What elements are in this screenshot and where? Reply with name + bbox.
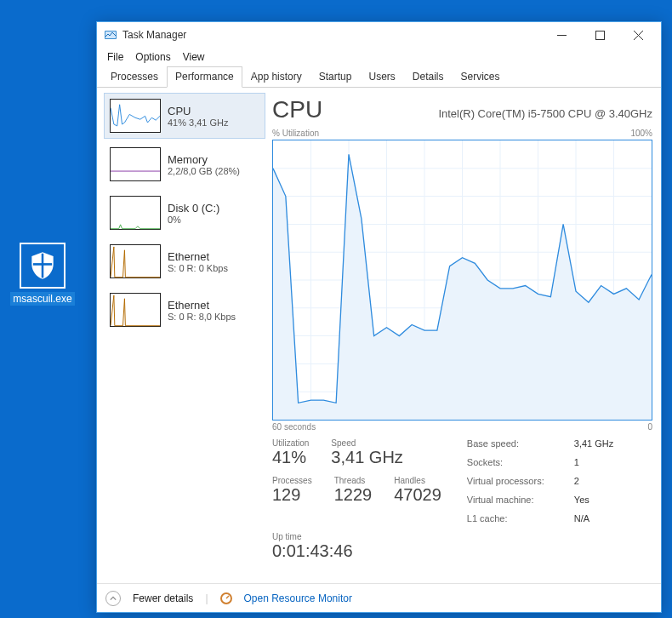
chart-x-right: 0 [647, 422, 652, 432]
ethernet-thumb-icon [110, 244, 161, 278]
detail-val: 1 [574, 457, 579, 467]
stat-value: 129 [272, 485, 312, 505]
menubar: File Options View [97, 48, 661, 66]
menu-view[interactable]: View [178, 49, 210, 66]
desktop-shortcut[interactable]: msascuil.exe [9, 243, 77, 306]
svg-rect-5 [596, 31, 605, 39]
stat-value: 3,41 GHz [331, 448, 402, 467]
chevron-up-icon[interactable] [105, 591, 121, 606]
svg-rect-0 [42, 254, 44, 278]
tab-services[interactable]: Services [453, 66, 509, 88]
page-title: CPU [272, 96, 322, 123]
cpu-subtitle: Intel(R) Core(TM) i5-7500 CPU @ 3.40GHz [339, 107, 652, 120]
sidebar-item-label: Memory [168, 153, 240, 166]
shield-icon [20, 243, 65, 289]
ethernet-thumb-icon [110, 293, 161, 327]
sidebar-item-ethernet-1[interactable]: Ethernet S: 0 R: 8,0 Kbps [104, 287, 265, 333]
stat-value: 0:01:43:46 [272, 541, 652, 561]
task-manager-window: Task Manager File Options View Processes… [96, 21, 662, 613]
cpu-detail-table: Base speed:3,41 GHz Sockets:1 Virtual pr… [467, 438, 613, 524]
sidebar-item-sub: S: 0 R: 0 Kbps [168, 263, 228, 273]
sidebar-item-sub: 41% 3,41 GHz [168, 117, 229, 128]
tabstrip: Processes Performance App history Startu… [97, 66, 661, 88]
stat-label: Speed [331, 438, 402, 448]
detail-val: 3,41 GHz [574, 438, 613, 449]
sidebar-item-label: CPU [168, 105, 229, 117]
app-icon [104, 28, 117, 42]
sidebar-item-sub: 2,2/8,0 GB (28%) [168, 166, 240, 176]
detail-key: Sockets: [467, 457, 561, 467]
window-title: Task Manager [122, 29, 186, 41]
sidebar-item-label: Ethernet [168, 299, 236, 312]
menu-file[interactable]: File [102, 49, 128, 66]
sidebar-item-label: Disk 0 (C:) [168, 202, 219, 215]
chart-x-left: 60 seconds [272, 422, 316, 432]
stat-label: Processes [272, 476, 312, 485]
sidebar-item-sub: S: 0 R: 8,0 Kbps [168, 312, 236, 322]
svg-line-28 [226, 596, 229, 598]
detail-key: Base speed: [467, 438, 561, 449]
sidebar-item-label: Ethernet [168, 250, 228, 263]
footer-bar: Fewer details | Open Resource Monitor [97, 583, 661, 612]
sidebar-item-memory[interactable]: Memory 2,2/8,0 GB (28%) [104, 141, 265, 187]
cpu-panel: CPU Intel(R) Core(TM) i5-7500 CPU @ 3.40… [271, 93, 654, 580]
stat-value: 1229 [334, 485, 373, 505]
disk-thumb-icon [110, 196, 161, 230]
memory-thumb-icon [110, 147, 161, 181]
stat-label: Up time [272, 532, 652, 541]
tab-processes[interactable]: Processes [102, 66, 167, 88]
tab-users[interactable]: Users [360, 66, 403, 88]
stat-value: 47029 [394, 485, 441, 505]
sidebar-item-cpu[interactable]: CPU 41% 3,41 GHz [104, 93, 265, 139]
cpu-usage-chart [272, 140, 652, 421]
detail-val: N/A [574, 513, 589, 524]
svg-rect-1 [33, 263, 52, 266]
fewer-details-button[interactable]: Fewer details [133, 592, 193, 604]
resource-monitor-icon [220, 592, 232, 604]
chart-y-max: 100% [630, 129, 652, 138]
stat-label: Handles [394, 476, 441, 485]
detail-key: Virtual processors: [467, 476, 561, 486]
maximize-button[interactable] [581, 23, 619, 48]
content-area: CPU 41% 3,41 GHz Memory 2,2/8,0 GB (28%) [97, 88, 661, 583]
stat-label: Threads [334, 476, 373, 485]
open-resource-monitor-link[interactable]: Open Resource Monitor [244, 592, 352, 604]
detail-key: L1 cache: [467, 513, 561, 524]
sidebar-item-ethernet-0[interactable]: Ethernet S: 0 R: 0 Kbps [104, 238, 265, 284]
tab-app-history[interactable]: App history [242, 66, 310, 88]
perf-sidebar: CPU 41% 3,41 GHz Memory 2,2/8,0 GB (28%) [104, 93, 265, 580]
detail-key: Virtual machine: [467, 495, 561, 505]
sidebar-item-sub: 0% [168, 215, 219, 225]
tab-details[interactable]: Details [404, 66, 453, 88]
chart-y-label: % Utilization [272, 129, 319, 138]
close-button[interactable] [619, 23, 658, 48]
titlebar[interactable]: Task Manager [97, 22, 661, 48]
cpu-thumb-icon [110, 99, 161, 133]
menu-options[interactable]: Options [130, 49, 175, 66]
detail-val: 2 [574, 476, 579, 486]
minimize-button[interactable] [543, 23, 581, 48]
tab-startup[interactable]: Startup [310, 66, 361, 88]
tab-performance[interactable]: Performance [167, 66, 242, 88]
desktop-shortcut-label: msascuil.exe [10, 292, 74, 306]
stat-value: 41% [272, 448, 309, 467]
detail-val: Yes [574, 495, 589, 505]
sidebar-item-disk0[interactable]: Disk 0 (C:) 0% [104, 190, 265, 236]
stat-label: Utilization [272, 438, 309, 448]
